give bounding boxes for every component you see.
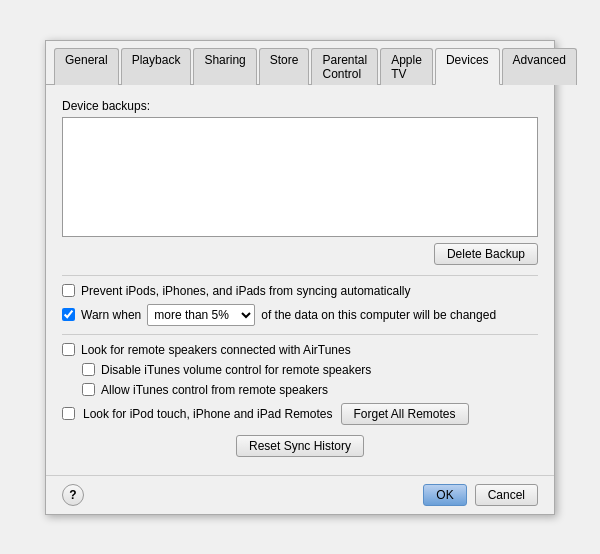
tab-playback[interactable]: Playback [121, 48, 192, 85]
airtunes-row: Look for remote speakers connected with … [62, 343, 538, 357]
ok-button[interactable]: OK [423, 484, 466, 506]
footer: ? OK Cancel [46, 475, 554, 514]
forget-all-remotes-button[interactable]: Forget All Remotes [341, 403, 469, 425]
allow-control-checkbox[interactable] [82, 383, 95, 396]
tab-store[interactable]: Store [259, 48, 310, 85]
prevent-sync-checkbox[interactable] [62, 284, 75, 297]
tab-devices[interactable]: Devices [435, 48, 500, 85]
dialog: General Playback Sharing Store Parental … [45, 40, 555, 515]
device-backups-label: Device backups: [62, 99, 538, 113]
reset-sync-row: Reset Sync History [62, 435, 538, 457]
tab-bar: General Playback Sharing Store Parental … [46, 41, 554, 85]
allow-control-label: Allow iTunes control from remote speaker… [101, 383, 328, 397]
reset-sync-button[interactable]: Reset Sync History [236, 435, 364, 457]
ipod-remote-row: Look for iPod touch, iPhone and iPad Rem… [62, 403, 538, 425]
disable-volume-label: Disable iTunes volume control for remote… [101, 363, 371, 377]
tab-sharing[interactable]: Sharing [193, 48, 256, 85]
prevent-sync-row: Prevent iPods, iPhones, and iPads from s… [62, 284, 538, 298]
delete-backup-button[interactable]: Delete Backup [434, 243, 538, 265]
airtunes-label: Look for remote speakers connected with … [81, 343, 351, 357]
tab-general[interactable]: General [54, 48, 119, 85]
footer-buttons: OK Cancel [423, 484, 538, 506]
allow-control-row: Allow iTunes control from remote speaker… [62, 383, 538, 397]
tab-advanced[interactable]: Advanced [502, 48, 577, 85]
help-button[interactable]: ? [62, 484, 84, 506]
warn-row: Warn when more than 5% more than 10% mor… [62, 304, 538, 326]
prevent-sync-label: Prevent iPods, iPhones, and iPads from s… [81, 284, 411, 298]
warn-suffix-label: of the data on this computer will be cha… [261, 308, 496, 322]
airtunes-checkbox[interactable] [62, 343, 75, 356]
divider-2 [62, 334, 538, 335]
ipod-remote-label: Look for iPod touch, iPhone and iPad Rem… [83, 407, 333, 421]
backup-list-box [62, 117, 538, 237]
warn-select[interactable]: more than 5% more than 10% more than 25% [147, 304, 255, 326]
divider-1 [62, 275, 538, 276]
warn-checkbox[interactable] [62, 308, 75, 321]
ipod-remote-checkbox[interactable] [62, 407, 75, 420]
disable-volume-row: Disable iTunes volume control for remote… [62, 363, 538, 377]
disable-volume-checkbox[interactable] [82, 363, 95, 376]
content-area: Device backups: Delete Backup Prevent iP… [46, 85, 554, 475]
warn-label: Warn when [81, 308, 141, 322]
cancel-button[interactable]: Cancel [475, 484, 538, 506]
tab-parental-control[interactable]: Parental Control [311, 48, 378, 85]
tab-apple-tv[interactable]: Apple TV [380, 48, 433, 85]
